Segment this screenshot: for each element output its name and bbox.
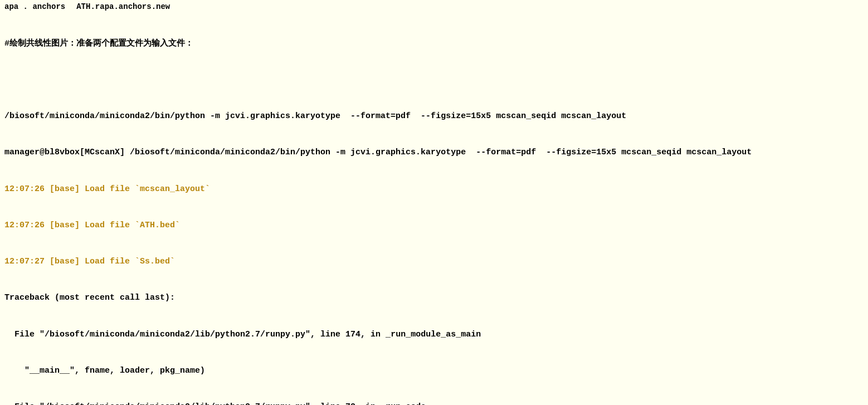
traceback-line-2: "__main__", fname, loader, pkg_name) <box>4 365 864 377</box>
log-line-3: 12:07:27 [base] Load file `Ss.bed` <box>4 256 864 268</box>
cmd-line-2: manager@bl8vbox[MCscanX] /biosoft/minico… <box>4 147 864 159</box>
tab-ath-rapa-anchors-new[interactable]: ATH.rapa.anchors.new <box>76 2 170 11</box>
log-line-1: 12:07:26 [base] Load file `mcscan_layout… <box>4 183 864 196</box>
traceback-header: Traceback (most recent call last): <box>4 292 864 304</box>
comment-line: #绘制共线性图片：准备两个配置文件为输入文件： <box>4 38 864 50</box>
terminal-output: #绘制共线性图片：准备两个配置文件为输入文件： /biosoft/minicon… <box>4 13 864 405</box>
traceback-line-1: File "/biosoft/miniconda/miniconda2/lib/… <box>4 329 864 341</box>
tab-bar: apa . anchors ATH.rapa.anchors.new <box>4 2 864 11</box>
traceback-line-3: File "/biosoft/miniconda/miniconda2/lib/… <box>4 401 864 405</box>
blank-line-1 <box>4 74 864 86</box>
log-line-2: 12:07:26 [base] Load file `ATH.bed` <box>4 219 864 232</box>
cmd-line-1: /biosoft/miniconda/miniconda2/bin/python… <box>4 110 864 123</box>
tab-apa-anchors[interactable]: apa . anchors <box>4 2 65 11</box>
